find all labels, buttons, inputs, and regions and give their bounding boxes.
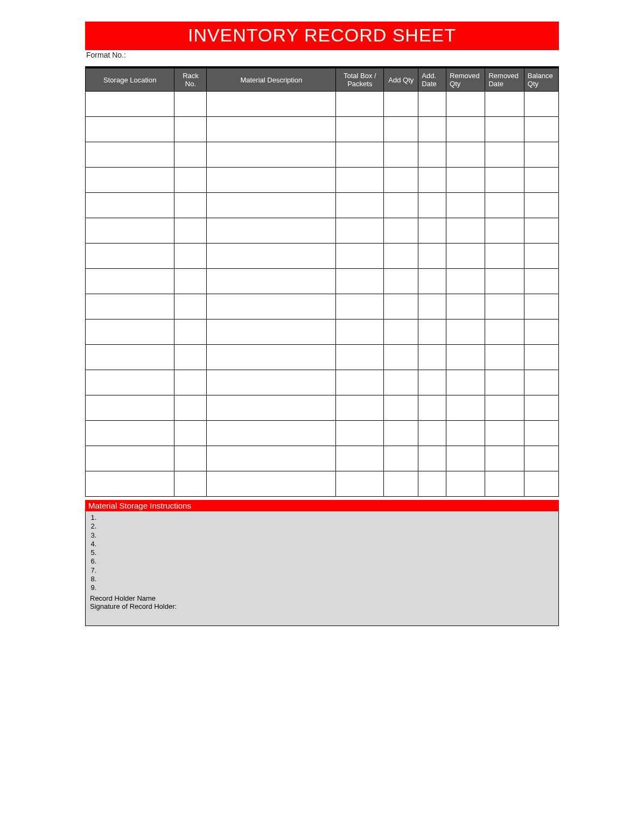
inventory-record-sheet: INVENTORY RECORD SHEET Format No.: Stora…: [85, 22, 559, 626]
table-cell: [207, 345, 336, 370]
table-row: [86, 395, 559, 421]
table-cell: [336, 395, 384, 421]
table-cell: [446, 142, 485, 168]
table-cell: [86, 471, 174, 497]
table-cell: [446, 345, 485, 370]
table-cell: [86, 193, 174, 218]
col-storage-location: Storage Location: [86, 68, 174, 92]
table-cell: [207, 446, 336, 471]
table-row: [86, 218, 559, 244]
table-cell: [446, 471, 485, 497]
table-cell: [384, 319, 418, 345]
table-cell: [524, 218, 558, 244]
table-cell: [446, 168, 485, 193]
table-cell: [207, 319, 336, 345]
table-cell: [174, 395, 207, 421]
instruction-item: [99, 566, 554, 575]
table-cell: [336, 142, 384, 168]
table-cell: [384, 421, 418, 446]
table-cell: [86, 218, 174, 244]
signature-label: Signature of Record Holder:: [90, 602, 554, 610]
table-cell: [524, 471, 558, 497]
table-cell: [174, 421, 207, 446]
table-cell: [485, 446, 524, 471]
table-cell: [485, 370, 524, 395]
table-cell: [174, 168, 207, 193]
table-row: [86, 244, 559, 269]
table-cell: [524, 92, 558, 117]
table-row: [86, 370, 559, 395]
col-removed-qty: Removed Qty: [446, 68, 485, 92]
table-cell: [207, 92, 336, 117]
table-cell: [524, 193, 558, 218]
col-removed-date: Removed Date: [485, 68, 524, 92]
table-cell: [174, 193, 207, 218]
table-row: [86, 142, 559, 168]
table-cell: [446, 319, 485, 345]
table-cell: [336, 168, 384, 193]
table-cell: [446, 370, 485, 395]
table-cell: [485, 294, 524, 319]
table-cell: [174, 244, 207, 269]
table-row: [86, 117, 559, 142]
table-cell: [446, 421, 485, 446]
table-cell: [336, 370, 384, 395]
table-cell: [485, 142, 524, 168]
table-cell: [485, 395, 524, 421]
table-cell: [485, 471, 524, 497]
table-cell: [485, 345, 524, 370]
table-cell: [174, 294, 207, 319]
table-cell: [174, 370, 207, 395]
table-cell: [524, 294, 558, 319]
table-cell: [86, 421, 174, 446]
table-cell: [524, 117, 558, 142]
table-cell: [86, 345, 174, 370]
table-cell: [524, 421, 558, 446]
instructions-body: Record Holder Name Signature of Record H…: [85, 511, 559, 626]
table-cell: [446, 294, 485, 319]
table-cell: [174, 446, 207, 471]
table-cell: [86, 168, 174, 193]
table-row: [86, 193, 559, 218]
table-cell: [446, 269, 485, 294]
table-cell: [384, 142, 418, 168]
table-cell: [336, 92, 384, 117]
table-row: [86, 294, 559, 319]
table-cell: [384, 345, 418, 370]
table-cell: [524, 319, 558, 345]
instruction-item: [99, 575, 554, 583]
table-cell: [524, 345, 558, 370]
table-cell: [174, 92, 207, 117]
table-cell: [174, 269, 207, 294]
table-cell: [86, 294, 174, 319]
table-cell: [418, 193, 446, 218]
table-cell: [86, 319, 174, 345]
table-cell: [207, 269, 336, 294]
instructions-header: Material Storage Instructions: [85, 500, 559, 511]
table-cell: [418, 345, 446, 370]
col-material-desc: Material Description: [207, 68, 336, 92]
table-cell: [174, 345, 207, 370]
table-cell: [418, 471, 446, 497]
instruction-item: [99, 522, 554, 531]
table-cell: [418, 244, 446, 269]
table-cell: [174, 471, 207, 497]
table-cell: [336, 117, 384, 142]
table-cell: [207, 370, 336, 395]
sheet-title: INVENTORY RECORD SHEET: [85, 22, 559, 50]
table-cell: [384, 395, 418, 421]
instruction-item: [99, 583, 554, 592]
instruction-item: [99, 557, 554, 566]
table-cell: [524, 168, 558, 193]
table-cell: [485, 117, 524, 142]
table-cell: [207, 193, 336, 218]
table-cell: [207, 471, 336, 497]
table-cell: [207, 142, 336, 168]
table-cell: [384, 117, 418, 142]
table-cell: [418, 319, 446, 345]
table-cell: [446, 218, 485, 244]
table-cell: [446, 446, 485, 471]
table-cell: [86, 244, 174, 269]
table-row: [86, 446, 559, 471]
table-cell: [336, 218, 384, 244]
